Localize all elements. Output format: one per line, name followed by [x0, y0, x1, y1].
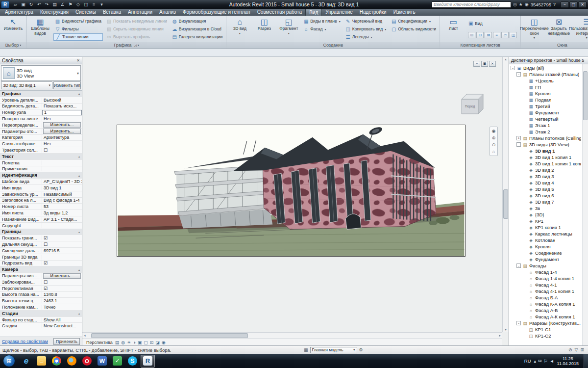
property-value[interactable]: 1 [42, 110, 82, 115]
visibility-graphics-button[interactable]: ▥Видимость/ графика [53, 18, 103, 25]
panel-label-graphics[interactable]: Графика◿ [27, 42, 226, 49]
tree-item[interactable]: Котлован [509, 237, 588, 243]
tree-item[interactable]: 3D вид 1 копия 1 копия 1 [509, 160, 588, 167]
tree-expander-icon[interactable]: - [511, 66, 515, 70]
property-row[interactable]: Copyright [0, 223, 82, 229]
tree-item[interactable]: 3D вид 1 [509, 148, 588, 154]
taskbar-app[interactable]: ▭ [34, 355, 49, 368]
plan-views-button[interactable]: ▦Виды в плане [302, 18, 342, 25]
vertical-scroll-thumb[interactable] [503, 189, 508, 219]
window-button[interactable]: ✕ [578, 1, 587, 8]
property-row[interactable]: Перспективная ☑ [0, 286, 82, 292]
tree-item[interactable]: Четвёртый [509, 116, 588, 122]
panel-label-sheet[interactable]: Композиция листов [440, 42, 520, 49]
sheet-tool-icon[interactable]: ▱ [501, 32, 509, 38]
drawing-area[interactable]: − ▣ ✕ [82, 57, 509, 345]
property-value[interactable]: ☐ [42, 242, 82, 247]
tree-expander-icon[interactable]: - [516, 72, 521, 77]
tree-item[interactable]: Фасад 4-1 [509, 282, 588, 288]
taskbar-app[interactable]: e [19, 355, 33, 368]
ribbon-tab[interactable]: Архитектура [1, 9, 37, 16]
property-row[interactable]: Параметры виз... Изменить... [0, 273, 82, 279]
browser-scroll-thumb[interactable] [583, 71, 588, 120]
start-button[interactable]: ⊞ [3, 355, 15, 367]
type-selector-arrow-icon[interactable]: ▾ [77, 71, 79, 76]
property-row[interactable]: Поворот на листе Нет [0, 116, 82, 122]
viewcube[interactable]: Перед [459, 92, 484, 115]
child-window-button[interactable]: ✕ [489, 61, 496, 67]
switch-windows-button[interactable]: ◫ Переключение окон [523, 17, 545, 41]
view-type-combo[interactable]: 3D вид: 3D вид 1 ▾ [1, 81, 52, 89]
status-icon[interactable]: ▽ [575, 347, 578, 352]
ribbon-tab[interactable]: Системы [72, 9, 99, 16]
tree-item[interactable]: Каркас лестницы [509, 231, 588, 237]
tree-item[interactable]: Этаж 2 [509, 129, 588, 135]
thin-lines-button[interactable]: ╱Тонкие линии [53, 33, 103, 41]
show-hidden-lines-button[interactable]: ▨Показать невидимые линии [105, 18, 169, 25]
status-icon[interactable]: ▦ [304, 347, 308, 352]
sheet-tool-icon[interactable]: ◫ [510, 32, 517, 38]
property-row[interactable]: Переопределен... Изменить... [0, 122, 82, 129]
qat-icon[interactable]: ⚑ [67, 1, 74, 8]
view-control-icon[interactable]: ◍ [121, 340, 125, 345]
status-icon[interactable]: ⊞ [580, 347, 584, 352]
property-row[interactable]: Высота глаза на... 1340.8 [0, 292, 82, 298]
taskbar-app[interactable]: ✓ [110, 355, 124, 368]
taskbar-app[interactable]: W [95, 355, 109, 368]
viewport-button[interactable]: ▣Вид [466, 20, 518, 27]
tree-item[interactable]: 3D вид 3 [509, 173, 588, 180]
tree-item[interactable]: Соединение [509, 250, 588, 256]
property-row[interactable]: Категория Архитектура [0, 135, 82, 141]
panel-label-select[interactable]: Выбор [0, 42, 26, 49]
qat-icon[interactable]: ↻ [27, 1, 35, 8]
ribbon-tab[interactable]: Надстройки [356, 9, 390, 16]
property-value[interactable]: New Construct... [42, 323, 82, 328]
property-row[interactable]: Уровень детали... Высокий [0, 97, 82, 104]
view-control-icon[interactable]: ▣ [138, 340, 142, 345]
navigation-icon[interactable]: ⊕ [492, 135, 496, 140]
titlebar-icon[interactable]: ◉ [525, 2, 529, 7]
modify-button[interactable]: ↖ Изменить [2, 17, 24, 41]
property-row[interactable]: Пометка [0, 160, 82, 166]
ribbon-tab[interactable]: Конструкция [37, 9, 72, 16]
hide-hidden-lines-button[interactable]: ▧Скрыть невидимые линии [105, 26, 169, 33]
apply-button[interactable]: Применить [53, 338, 80, 345]
user-id[interactable]: 35452795 [531, 2, 551, 7]
sheet-tool-icon[interactable]: ⊞ [468, 32, 475, 38]
property-row[interactable]: Границы 3D вида [0, 254, 82, 261]
property-value[interactable]: Show All [42, 317, 82, 322]
property-row[interactable]: Назначение Вид... АР 3.1 - Стади... [0, 216, 82, 223]
tree-item[interactable]: Кровля [509, 243, 588, 250]
property-value[interactable]: 1340.8 [42, 292, 82, 297]
section-button[interactable]: ◫ Разрез [253, 17, 275, 41]
property-row[interactable]: Идентификация [0, 172, 82, 179]
scroll-right-icon[interactable]: ▸ [499, 334, 501, 338]
scope-box-button[interactable]: ▢Область видимости [390, 26, 438, 33]
property-value[interactable]: ☑ [42, 286, 82, 291]
horizontal-scrollbar[interactable]: ◂ ▸ [82, 332, 502, 339]
property-value[interactable]: ☐ [42, 148, 82, 153]
property-row[interactable]: Фильтр по стад... Show All [0, 317, 82, 323]
tree-item[interactable]: Фасад А-Б [509, 307, 588, 314]
cut-profile-button[interactable]: ✂Вырезать профиль [105, 33, 169, 41]
property-row[interactable]: Высота точки ц... 2463.1 [0, 298, 82, 304]
property-row[interactable]: Номер листа 53 [0, 204, 82, 210]
property-value[interactable]: 3д виды 1,2 [42, 210, 82, 215]
render-cloud-button[interactable]: ☁Визуализация в Cloud [171, 26, 224, 33]
property-value[interactable]: АР 3.1 - Стади... [42, 217, 82, 222]
property-value[interactable]: Нет [42, 116, 82, 121]
qat-icon[interactable]: ◇ [74, 1, 82, 8]
project-browser-header[interactable]: Диспетчер проектов - Small house 5 [509, 57, 588, 64]
navigation-icon[interactable]: ⊖ [492, 142, 496, 147]
window-button[interactable]: ▢ [569, 1, 578, 8]
property-row[interactable]: Номер узла 1 [0, 109, 82, 116]
panel-label-windows[interactable]: Окна [521, 42, 588, 49]
ribbon-tab[interactable]: Управление [322, 9, 356, 16]
ribbon-tab[interactable]: Вид [305, 9, 322, 16]
tree-item[interactable]: Этаж 1 [509, 122, 588, 129]
tree-item[interactable]: 3D вид 5 [509, 186, 588, 192]
navigation-icon[interactable]: ⌂ [492, 149, 495, 154]
tree-item[interactable]: КР1 копия 1 [509, 224, 588, 231]
legends-button[interactable]: ☰Легенды [344, 33, 388, 41]
child-window-button[interactable]: ▣ [481, 61, 488, 67]
